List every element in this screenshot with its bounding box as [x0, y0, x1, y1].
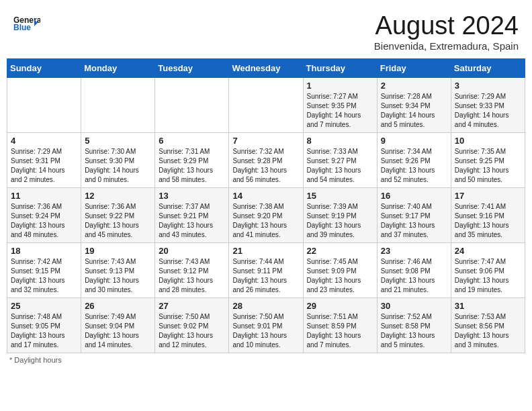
day-cell: 20Sunrise: 7:43 AM Sunset: 9:12 PM Dayli…	[155, 242, 229, 298]
day-info: Sunrise: 7:50 AM Sunset: 9:02 PM Dayligh…	[159, 312, 225, 350]
week-row-2: 4Sunrise: 7:29 AM Sunset: 9:31 PM Daylig…	[7, 132, 525, 187]
day-cell: 19Sunrise: 7:43 AM Sunset: 9:13 PM Dayli…	[81, 242, 155, 298]
day-number: 27	[159, 301, 225, 311]
day-cell	[7, 77, 81, 132]
logo-icon: General Blue	[13, 12, 40, 35]
day-number: 30	[381, 301, 447, 311]
day-info: Sunrise: 7:44 AM Sunset: 9:11 PM Dayligh…	[232, 257, 299, 295]
day-cell: 7Sunrise: 7:32 AM Sunset: 9:28 PM Daylig…	[229, 132, 303, 187]
day-cell: 2Sunrise: 7:28 AM Sunset: 9:34 PM Daylig…	[377, 77, 451, 132]
day-cell: 16Sunrise: 7:40 AM Sunset: 9:17 PM Dayli…	[377, 187, 451, 242]
day-info: Sunrise: 7:30 AM Sunset: 9:30 PM Dayligh…	[85, 147, 151, 185]
day-number: 10	[455, 136, 521, 146]
day-header-sunday: Sunday	[7, 58, 81, 77]
day-cell: 13Sunrise: 7:37 AM Sunset: 9:21 PM Dayli…	[155, 187, 229, 242]
day-number: 15	[307, 191, 373, 201]
day-cell: 26Sunrise: 7:49 AM Sunset: 9:04 PM Dayli…	[81, 298, 155, 353]
day-cell: 21Sunrise: 7:44 AM Sunset: 9:11 PM Dayli…	[229, 242, 303, 298]
day-header-tuesday: Tuesday	[155, 58, 229, 77]
day-info: Sunrise: 7:29 AM Sunset: 9:31 PM Dayligh…	[11, 147, 77, 185]
day-info: Sunrise: 7:38 AM Sunset: 9:20 PM Dayligh…	[232, 202, 299, 240]
day-cell: 30Sunrise: 7:52 AM Sunset: 8:58 PM Dayli…	[377, 298, 451, 353]
day-cell: 25Sunrise: 7:48 AM Sunset: 9:05 PM Dayli…	[7, 298, 81, 353]
day-number: 1	[307, 81, 373, 91]
day-info: Sunrise: 7:53 AM Sunset: 8:56 PM Dayligh…	[455, 312, 521, 350]
day-info: Sunrise: 7:43 AM Sunset: 9:12 PM Dayligh…	[159, 257, 225, 295]
day-number: 19	[85, 246, 151, 256]
day-info: Sunrise: 7:41 AM Sunset: 9:16 PM Dayligh…	[455, 202, 521, 240]
day-number: 11	[11, 191, 77, 201]
day-cell: 10Sunrise: 7:35 AM Sunset: 9:25 PM Dayli…	[451, 132, 525, 187]
day-cell: 12Sunrise: 7:36 AM Sunset: 9:22 PM Dayli…	[81, 187, 155, 242]
day-number: 5	[85, 136, 151, 146]
day-number: 25	[11, 301, 77, 311]
week-row-1: 1Sunrise: 7:27 AM Sunset: 9:35 PM Daylig…	[7, 77, 525, 132]
footer-note: * Daylight hours	[7, 356, 525, 364]
day-header-saturday: Saturday	[451, 58, 525, 77]
day-number: 28	[232, 301, 299, 311]
day-info: Sunrise: 7:49 AM Sunset: 9:04 PM Dayligh…	[85, 312, 151, 350]
day-number: 12	[85, 191, 151, 201]
day-info: Sunrise: 7:35 AM Sunset: 9:25 PM Dayligh…	[455, 147, 521, 185]
week-row-5: 25Sunrise: 7:48 AM Sunset: 9:05 PM Dayli…	[7, 298, 525, 353]
day-number: 6	[159, 136, 225, 146]
day-number: 2	[381, 81, 447, 91]
day-cell: 28Sunrise: 7:50 AM Sunset: 9:01 PM Dayli…	[229, 298, 303, 353]
week-row-4: 18Sunrise: 7:42 AM Sunset: 9:15 PM Dayli…	[7, 242, 525, 298]
day-cell: 17Sunrise: 7:41 AM Sunset: 9:16 PM Dayli…	[451, 187, 525, 242]
day-cell: 15Sunrise: 7:39 AM Sunset: 9:19 PM Dayli…	[303, 187, 377, 242]
day-header-friday: Friday	[377, 58, 451, 77]
day-info: Sunrise: 7:50 AM Sunset: 9:01 PM Dayligh…	[232, 312, 299, 350]
day-cell: 29Sunrise: 7:51 AM Sunset: 8:59 PM Dayli…	[303, 298, 377, 353]
day-cell: 6Sunrise: 7:31 AM Sunset: 9:29 PM Daylig…	[155, 132, 229, 187]
day-cell: 31Sunrise: 7:53 AM Sunset: 8:56 PM Dayli…	[451, 298, 525, 353]
day-info: Sunrise: 7:32 AM Sunset: 9:28 PM Dayligh…	[232, 147, 299, 185]
day-number: 21	[232, 246, 299, 256]
day-cell: 3Sunrise: 7:29 AM Sunset: 9:33 PM Daylig…	[451, 77, 525, 132]
logo: General Blue	[13, 12, 40, 35]
day-number: 17	[455, 191, 521, 201]
day-info: Sunrise: 7:33 AM Sunset: 9:27 PM Dayligh…	[307, 147, 373, 185]
day-number: 14	[232, 191, 299, 201]
day-cell: 23Sunrise: 7:46 AM Sunset: 9:08 PM Dayli…	[377, 242, 451, 298]
day-info: Sunrise: 7:28 AM Sunset: 9:34 PM Dayligh…	[381, 92, 447, 130]
day-number: 7	[232, 136, 299, 146]
day-cell: 8Sunrise: 7:33 AM Sunset: 9:27 PM Daylig…	[303, 132, 377, 187]
day-info: Sunrise: 7:31 AM Sunset: 9:29 PM Dayligh…	[159, 147, 225, 185]
day-number: 24	[455, 246, 521, 256]
day-info: Sunrise: 7:43 AM Sunset: 9:13 PM Dayligh…	[85, 257, 151, 295]
day-number: 16	[381, 191, 447, 201]
day-cell: 24Sunrise: 7:47 AM Sunset: 9:06 PM Dayli…	[451, 242, 525, 298]
main-title: August 2024	[374, 12, 519, 40]
footer-note-text: Daylight hours	[14, 356, 61, 364]
day-cell: 1Sunrise: 7:27 AM Sunset: 9:35 PM Daylig…	[303, 77, 377, 132]
calendar-table: SundayMondayTuesdayWednesdayThursdayFrid…	[7, 58, 525, 353]
day-number: 29	[307, 301, 373, 311]
day-info: Sunrise: 7:39 AM Sunset: 9:19 PM Dayligh…	[307, 202, 373, 240]
day-number: 20	[159, 246, 225, 256]
day-info: Sunrise: 7:34 AM Sunset: 9:26 PM Dayligh…	[381, 147, 447, 185]
title-area: August 2024 Bienvenida, Extremadura, Spa…	[374, 12, 519, 52]
day-number: 13	[159, 191, 225, 201]
day-number: 31	[455, 301, 521, 311]
day-cell: 14Sunrise: 7:38 AM Sunset: 9:20 PM Dayli…	[229, 187, 303, 242]
header-area: General Blue August 2024 Bienvenida, Ext…	[7, 7, 525, 56]
day-number: 18	[11, 246, 77, 256]
day-header-wednesday: Wednesday	[229, 58, 303, 77]
day-cell: 27Sunrise: 7:50 AM Sunset: 9:02 PM Dayli…	[155, 298, 229, 353]
day-info: Sunrise: 7:45 AM Sunset: 9:09 PM Dayligh…	[307, 257, 373, 295]
week-row-3: 11Sunrise: 7:36 AM Sunset: 9:24 PM Dayli…	[7, 187, 525, 242]
day-info: Sunrise: 7:48 AM Sunset: 9:05 PM Dayligh…	[11, 312, 77, 350]
day-cell: 18Sunrise: 7:42 AM Sunset: 9:15 PM Dayli…	[7, 242, 81, 298]
day-info: Sunrise: 7:37 AM Sunset: 9:21 PM Dayligh…	[159, 202, 225, 240]
day-number: 23	[381, 246, 447, 256]
day-info: Sunrise: 7:52 AM Sunset: 8:58 PM Dayligh…	[381, 312, 447, 350]
days-header-row: SundayMondayTuesdayWednesdayThursdayFrid…	[7, 58, 525, 77]
day-cell: 11Sunrise: 7:36 AM Sunset: 9:24 PM Dayli…	[7, 187, 81, 242]
day-cell: 5Sunrise: 7:30 AM Sunset: 9:30 PM Daylig…	[81, 132, 155, 187]
subtitle: Bienvenida, Extremadura, Spain	[374, 40, 519, 52]
day-number: 4	[11, 136, 77, 146]
day-cell: 9Sunrise: 7:34 AM Sunset: 9:26 PM Daylig…	[377, 132, 451, 187]
day-number: 22	[307, 246, 373, 256]
day-cell: 4Sunrise: 7:29 AM Sunset: 9:31 PM Daylig…	[7, 132, 81, 187]
